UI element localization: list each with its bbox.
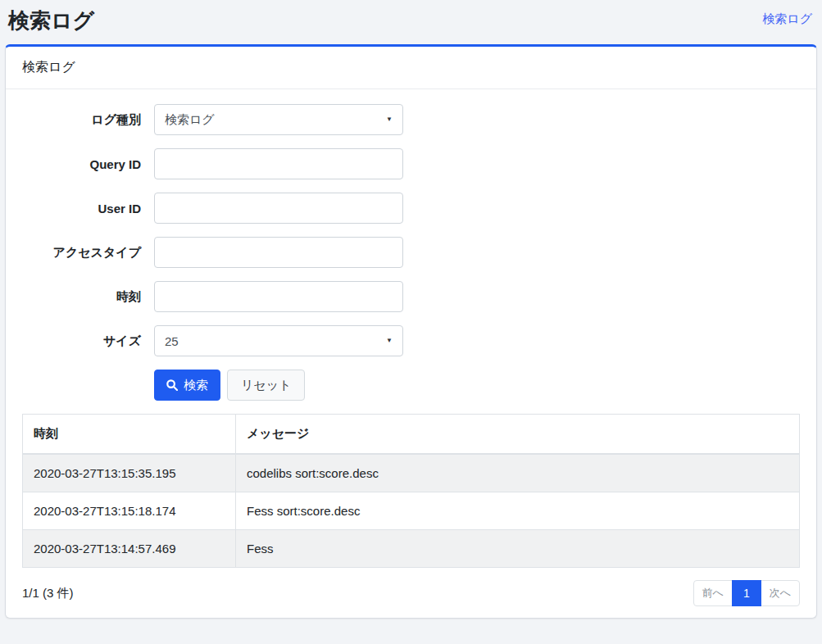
page-header: 検索ログ 検索ログ: [0, 0, 822, 36]
table-footer: 1/1 (3 件) 前へ 1 次へ: [22, 580, 800, 606]
reset-button-label: リセット: [241, 378, 291, 393]
search-button[interactable]: 検索: [154, 370, 220, 401]
size-select[interactable]: 25 ▼: [154, 325, 403, 356]
field-row-time: 時刻: [22, 281, 800, 312]
log-type-select-value: 検索ログ: [165, 112, 215, 128]
field-row-user-id: User ID: [22, 193, 800, 224]
user-id-input[interactable]: [154, 193, 403, 224]
user-id-label: User ID: [22, 202, 141, 215]
field-row-access-type: アクセスタイプ: [22, 237, 800, 268]
cell-message: codelibs sort:score.desc: [236, 454, 800, 492]
card-body: ログ種別 検索ログ ▼ Query ID User ID アクセスタイプ 時刻 …: [6, 89, 816, 618]
search-icon: [166, 379, 178, 391]
card-header: 検索ログ: [6, 47, 816, 89]
cell-time: 2020-03-27T13:15:35.195: [23, 454, 236, 492]
field-row-log-type: ログ種別 検索ログ ▼: [22, 104, 800, 135]
cell-message: Fess sort:score.desc: [236, 492, 800, 530]
column-header-time: 時刻: [23, 415, 236, 455]
cell-time: 2020-03-27T13:15:18.174: [23, 492, 236, 530]
page-title: 検索ログ: [8, 7, 94, 34]
field-row-size: サイズ 25 ▼: [22, 325, 800, 356]
access-type-label: アクセスタイプ: [22, 245, 141, 261]
search-button-label: 検索: [184, 378, 208, 393]
reset-button[interactable]: リセット: [227, 370, 305, 401]
pagination-summary: 1/1 (3 件): [22, 586, 74, 601]
cell-message: Fess: [236, 530, 800, 568]
time-label: 時刻: [22, 289, 141, 305]
access-type-input[interactable]: [154, 237, 403, 268]
chevron-down-icon: ▼: [386, 338, 393, 344]
table-row[interactable]: 2020-03-27T13:15:18.174 Fess sort:score.…: [23, 492, 800, 530]
cell-time: 2020-03-27T13:14:57.469: [23, 530, 236, 568]
search-log-card: 検索ログ ログ種別 検索ログ ▼ Query ID User ID アクセスタイ…: [5, 44, 817, 619]
table-row[interactable]: 2020-03-27T13:14:57.469 Fess: [23, 530, 800, 568]
column-header-message: メッセージ: [236, 415, 800, 455]
log-type-select[interactable]: 検索ログ ▼: [154, 104, 403, 135]
log-type-label: ログ種別: [22, 112, 141, 128]
query-id-label: Query ID: [22, 157, 141, 171]
prev-page-button[interactable]: 前へ: [693, 580, 733, 606]
chevron-down-icon: ▼: [386, 116, 393, 123]
form-actions: 検索 リセット: [154, 370, 800, 401]
table-row[interactable]: 2020-03-27T13:15:35.195 codelibs sort:sc…: [23, 454, 800, 492]
size-label: サイズ: [22, 333, 141, 349]
field-row-query-id: Query ID: [22, 148, 800, 179]
pagination: 前へ 1 次へ: [693, 580, 800, 606]
table-header-row: 時刻 メッセージ: [23, 415, 800, 455]
card-header-title: 検索ログ: [22, 60, 75, 74]
query-id-input[interactable]: [154, 148, 403, 179]
log-table: 時刻 メッセージ 2020-03-27T13:15:35.195 codelib…: [22, 414, 800, 568]
size-select-value: 25: [165, 334, 179, 348]
page-1-button[interactable]: 1: [732, 580, 761, 606]
log-table-container: 時刻 メッセージ 2020-03-27T13:15:35.195 codelib…: [22, 414, 800, 568]
next-page-button[interactable]: 次へ: [761, 580, 800, 606]
time-input[interactable]: [154, 281, 403, 312]
breadcrumb-link[interactable]: 検索ログ: [762, 11, 812, 27]
